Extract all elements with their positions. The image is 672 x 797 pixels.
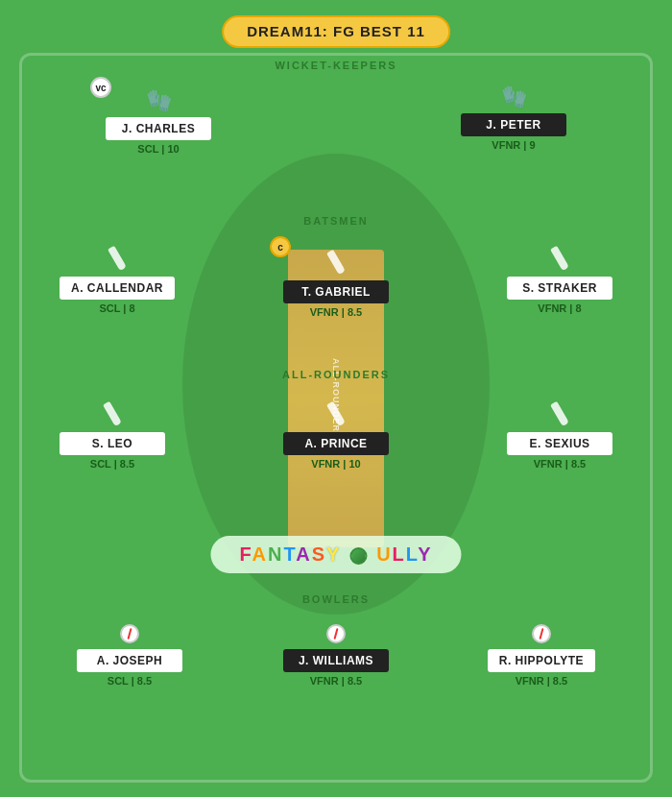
allrounders-label: ALL-ROUNDERS	[282, 369, 390, 380]
player-esexius: E. SEXIUS VFNR | 8.5	[507, 401, 612, 470]
player-name-sleo: S. LEO	[60, 432, 165, 455]
bat-icon-prince	[326, 401, 346, 427]
player-name-jcharles: J. CHARLES	[106, 117, 211, 140]
c-badge: c	[270, 236, 291, 257]
vc-badge: vc	[90, 77, 111, 98]
player-info-jwilliams: VFNR | 8.5	[310, 675, 362, 687]
bowlers-label: BOWLERS	[302, 593, 370, 605]
player-info-rhippolyte: VFNR | 8.5	[516, 675, 567, 687]
glove-icon-peter: 🧤	[501, 85, 527, 109]
player-acallendar: A. CALLENDAR SCL | 8	[60, 246, 175, 314]
player-info-jpeter: VFNR | 9	[492, 139, 535, 151]
player-name-ajoseph: A. JOSEPH	[77, 649, 182, 672]
player-info-acallendar: SCL | 8	[99, 302, 134, 314]
bat-icon-gabriel	[326, 250, 346, 276]
glove-icon-charles: 🧤	[146, 88, 172, 113]
ball-icon-hippolyte	[532, 624, 551, 643]
header-banner: DREAM11: FG BEST 11	[222, 15, 450, 48]
player-tgabriel: c T. GABRIEL VFNR | 8.5	[283, 246, 389, 318]
bat-icon-callendar	[108, 246, 127, 272]
player-name-acallendar: A. CALLENDAR	[60, 277, 175, 300]
player-jcharles: vc 🧤 J. CHARLES SCL | 10	[106, 85, 211, 155]
player-name-esexius: E. SEXIUS	[507, 432, 612, 455]
player-info-tgabriel: VFNR | 8.5	[310, 306, 362, 318]
player-info-jcharles: SCL | 10	[137, 143, 179, 155]
player-sstraker: S. STRAKER VFNR | 8	[507, 246, 612, 314]
bat-icon-leo	[103, 401, 122, 427]
player-name-jpeter: J. PETER	[461, 113, 566, 136]
player-info-sleo: SCL | 8.5	[90, 458, 134, 470]
player-name-jwilliams: J. WILLIAMS	[283, 649, 389, 672]
bat-icon-straker	[550, 246, 569, 272]
player-info-ajoseph: SCL | 8.5	[108, 675, 152, 687]
player-info-aprince: VFNR | 10	[311, 458, 360, 470]
player-name-aprince: A. PRINCE	[283, 432, 389, 455]
player-sleo: S. LEO SCL | 8.5	[60, 401, 165, 470]
player-jwilliams: J. WILLIAMS VFNR | 8.5	[283, 624, 389, 687]
fantasy-bully-logo: FANTASY ULLY	[210, 536, 461, 573]
ball-icon-joseph	[120, 624, 139, 643]
player-info-esexius: VFNR | 8.5	[534, 458, 586, 470]
player-aprince: A. PRINCE VFNR | 10	[283, 401, 389, 470]
wicketkeepers-label: WICKET-KEEPERS	[275, 60, 396, 71]
player-name-sstraker: S. STRAKER	[507, 277, 612, 300]
player-name-tgabriel: T. GABRIEL	[283, 280, 389, 303]
batsmen-label: BATSMEN	[303, 215, 369, 227]
player-ajoseph: A. JOSEPH SCL | 8.5	[77, 624, 182, 687]
player-name-rhippolyte: R. HIPPOLYTE	[488, 649, 595, 672]
player-jpeter: 🧤 J. PETER VFNR | 9	[461, 85, 566, 151]
player-info-sstraker: VFNR | 8	[538, 302, 581, 314]
bat-icon-sexius	[550, 401, 569, 427]
ball-icon-williams	[326, 624, 346, 643]
player-rhippolyte: R. HIPPOLYTE VFNR | 8.5	[488, 624, 595, 687]
header-title: DREAM11: FG BEST 11	[247, 23, 425, 39]
